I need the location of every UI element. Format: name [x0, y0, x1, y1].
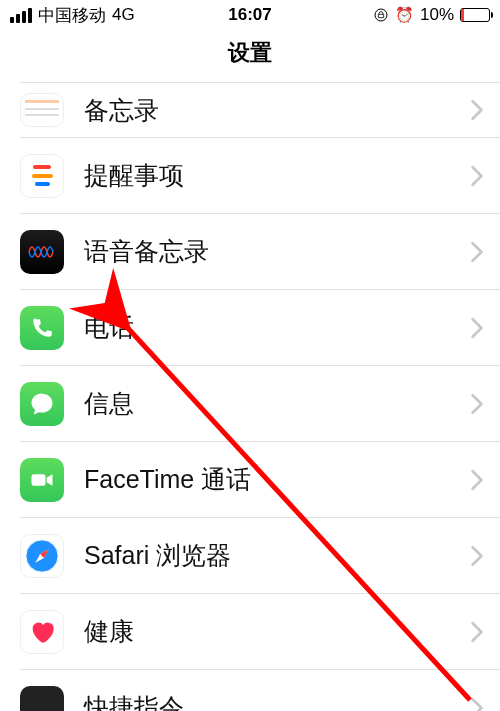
alarm-icon: ⏰: [395, 6, 414, 24]
page-title: 设置: [0, 30, 500, 82]
facetime-icon: [20, 458, 64, 502]
carrier-label: 中国移动: [38, 4, 106, 27]
row-facetime[interactable]: FaceTime 通话: [20, 442, 500, 518]
svg-point-0: [375, 9, 387, 21]
row-label: FaceTime 通话: [84, 463, 470, 496]
notes-icon: [20, 93, 64, 127]
battery-pct: 10%: [420, 5, 454, 25]
row-label: 健康: [84, 615, 470, 648]
row-label: 语音备忘录: [84, 235, 470, 268]
row-health[interactable]: 健康: [20, 594, 500, 670]
status-right: ⏰ 10%: [373, 5, 490, 25]
chevron-right-icon: [470, 393, 484, 415]
signal-icon: [10, 8, 32, 23]
rotation-lock-icon: [373, 7, 389, 23]
row-reminders[interactable]: 提醒事项: [20, 138, 500, 214]
row-label: 电话: [84, 311, 470, 344]
health-icon: [20, 610, 64, 654]
chevron-right-icon: [470, 317, 484, 339]
svg-rect-1: [32, 474, 46, 486]
row-label: 备忘录: [84, 94, 470, 127]
chevron-right-icon: [470, 545, 484, 567]
row-messages[interactable]: 信息: [20, 366, 500, 442]
shortcuts-icon: [20, 686, 64, 712]
chevron-right-icon: [470, 697, 484, 712]
row-unknown[interactable]: 快捷指令: [20, 670, 500, 711]
row-label: Safari 浏览器: [84, 539, 470, 572]
row-label: 提醒事项: [84, 159, 470, 192]
chevron-right-icon: [470, 241, 484, 263]
status-left: 中国移动 4G: [10, 4, 135, 27]
phone-icon: [20, 306, 64, 350]
battery-icon: [460, 8, 490, 22]
row-safari[interactable]: Safari 浏览器: [20, 518, 500, 594]
row-voice-memos[interactable]: 语音备忘录: [20, 214, 500, 290]
row-label: 快捷指令: [84, 691, 470, 711]
row-notes[interactable]: 备忘录: [20, 82, 500, 138]
reminders-icon: [20, 154, 64, 198]
chevron-right-icon: [470, 165, 484, 187]
row-label: 信息: [84, 387, 470, 420]
chevron-right-icon: [470, 99, 484, 121]
safari-icon: [20, 534, 64, 578]
chevron-right-icon: [470, 469, 484, 491]
network-label: 4G: [112, 5, 135, 25]
row-phone[interactable]: 电话: [20, 290, 500, 366]
voice-memos-icon: [20, 230, 64, 274]
settings-list: 备忘录 提醒事项 语音备忘录 电话 信息 FaceTime 通话: [0, 82, 500, 711]
messages-icon: [20, 382, 64, 426]
status-bar: 中国移动 4G 16:07 ⏰ 10%: [0, 0, 500, 30]
chevron-right-icon: [470, 621, 484, 643]
